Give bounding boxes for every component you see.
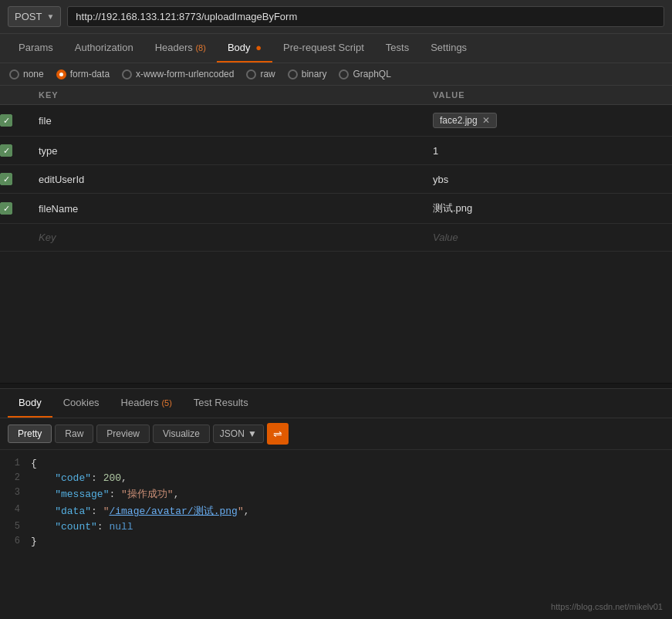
response-tab-headers[interactable]: Headers (5)	[110, 389, 183, 418]
url-bar: POST ▼	[0, 0, 672, 34]
format-raw[interactable]: Raw	[55, 425, 93, 443]
th-key: KEY	[31, 90, 425, 100]
tab-tests[interactable]: Tests	[375, 34, 420, 63]
tab-params[interactable]: Params	[8, 34, 64, 63]
response-code-area: 1 { 2 "code": 200, 3 "message": "操作成功", …	[0, 450, 672, 555]
row3-checkbox[interactable]	[0, 173, 12, 185]
table-header: KEY VALUE	[0, 86, 672, 105]
body-dot: ●	[255, 42, 262, 53]
row3-check-cell	[0, 165, 31, 193]
row3-value[interactable]: ybs	[425, 166, 672, 193]
body-type-bar: none form-data x-www-form-urlencoded raw…	[0, 63, 672, 86]
row2-key[interactable]: type	[31, 137, 425, 164]
row4-checkbox[interactable]	[0, 202, 12, 215]
file-tag-remove[interactable]: ✕	[482, 115, 490, 126]
row1-value: face2.jpg ✕	[425, 105, 672, 136]
format-pretty[interactable]: Pretty	[8, 425, 52, 443]
watermark: https://blog.csdn.net/mikelv01	[551, 602, 663, 611]
empty-space	[0, 252, 672, 383]
request-tab-nav: Params Authorization Headers (8) Body ● …	[0, 34, 672, 63]
row4-key[interactable]: fileName	[31, 195, 425, 222]
body-type-binary[interactable]: binary	[288, 69, 327, 79]
row2-value[interactable]: 1	[425, 137, 672, 164]
response-headers-badge: (5)	[161, 398, 171, 408]
code-line-5: 5 "count": null	[0, 519, 672, 534]
radio-binary	[288, 69, 298, 79]
tab-headers[interactable]: Headers (8)	[144, 34, 217, 63]
format-visualize[interactable]: Visualize	[153, 425, 210, 443]
tab-authorization[interactable]: Authorization	[64, 34, 144, 63]
url-input[interactable]	[67, 6, 664, 27]
body-type-none[interactable]: none	[9, 69, 44, 79]
tab-pre-request[interactable]: Pre-request Script	[272, 34, 375, 63]
response-tab-test-results[interactable]: Test Results	[183, 389, 259, 418]
code-line-3: 3 "message": "操作成功",	[0, 485, 672, 502]
row4-check-cell	[0, 194, 31, 222]
headers-badge: (8)	[195, 43, 205, 52]
row4-value[interactable]: 测试.png	[425, 194, 672, 223]
radio-urlencoded	[122, 69, 132, 79]
radio-raw	[246, 69, 256, 79]
tab-settings[interactable]: Settings	[420, 34, 478, 63]
file-tag-name: face2.jpg	[440, 115, 478, 126]
row1-check-cell	[0, 107, 31, 134]
table-row: editUserId ybs	[0, 165, 672, 194]
chevron-down-icon: ▼	[46, 12, 54, 21]
row3-key[interactable]: editUserId	[31, 166, 425, 193]
radio-form-data	[56, 69, 66, 79]
table-row: type 1	[0, 137, 672, 165]
chevron-json-icon: ▼	[248, 428, 257, 439]
file-tag: face2.jpg ✕	[433, 113, 497, 128]
placeholder-key[interactable]: Key	[31, 224, 425, 251]
radio-graphql	[339, 69, 349, 79]
code-line-6: 6 }	[0, 534, 672, 549]
tab-body[interactable]: Body ●	[217, 34, 272, 63]
wrap-icon[interactable]: ⇌	[267, 423, 289, 445]
format-bar: Pretty Raw Preview Visualize JSON ▼ ⇌	[0, 418, 672, 450]
row1-key[interactable]: file	[31, 107, 425, 134]
row2-checkbox[interactable]	[0, 144, 12, 157]
table-row: fileName 测试.png	[0, 194, 672, 224]
format-preview[interactable]: Preview	[96, 425, 150, 443]
row2-check-cell	[0, 137, 31, 164]
json-format-select[interactable]: JSON ▼	[213, 425, 264, 443]
code-line-4: 4 "data": "/image/avatar/测试.png",	[0, 502, 672, 519]
placeholder-value[interactable]: Value	[425, 224, 672, 251]
row1-checkbox[interactable]	[0, 114, 12, 127]
body-type-urlencoded[interactable]: x-www-form-urlencoded	[122, 69, 234, 79]
response-tab-cookies[interactable]: Cookies	[52, 389, 110, 418]
code-line-1: 1 {	[0, 456, 672, 471]
th-check	[0, 90, 31, 100]
placeholder-row: Key Value	[0, 224, 672, 252]
body-type-raw[interactable]: raw	[246, 69, 275, 79]
code-line-2: 2 "code": 200,	[0, 471, 672, 485]
response-tab-nav: Body Cookies Headers (5) Test Results	[0, 389, 672, 418]
method-select[interactable]: POST ▼	[8, 6, 61, 27]
section-divider	[0, 383, 672, 389]
method-label: POST	[15, 11, 42, 22]
body-type-form-data[interactable]: form-data	[56, 69, 110, 79]
body-type-graphql[interactable]: GraphQL	[339, 69, 390, 79]
th-value: VALUE	[425, 90, 672, 100]
response-tab-body[interactable]: Body	[8, 389, 52, 418]
radio-none	[9, 69, 19, 79]
table-row: file face2.jpg ✕	[0, 105, 672, 137]
